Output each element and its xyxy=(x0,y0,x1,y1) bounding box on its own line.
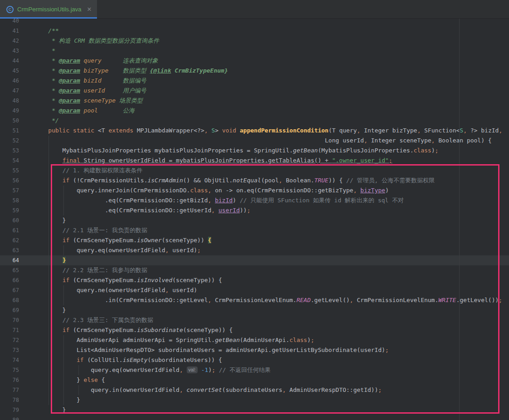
token: isOwner xyxy=(137,237,162,244)
java-class-icon: C xyxy=(6,6,14,13)
code-line[interactable]: 66 if (CrmSceneTypeEnum.isInvolved(scene… xyxy=(0,275,509,285)
token: .eq(CrmPermissionDO::getBizId xyxy=(34,197,208,204)
code-line[interactable]: 40 xyxy=(0,19,509,26)
token: ; xyxy=(197,247,201,254)
code-line[interactable]: 58 .eq(CrmPermissionDO::getBizId, bizId)… xyxy=(0,195,509,205)
token: @param xyxy=(59,107,80,114)
token: , xyxy=(204,127,208,134)
code-line[interactable]: 48 * @param sceneType 场景类型 xyxy=(0,96,509,106)
token xyxy=(34,357,77,363)
token: ".owner_user_id" xyxy=(332,157,388,164)
code-line[interactable]: 55 // 1. 构建数据权限连表条件 xyxy=(0,166,509,176)
editor-tab-bar: C CrmPermissionUtils.java ✕ xyxy=(0,0,509,19)
token: S xyxy=(208,127,215,134)
code-line[interactable]: 78 } xyxy=(0,395,509,405)
code-line[interactable]: 74 if (CollUtil.isEmpty(subordinateUsers… xyxy=(0,355,509,365)
line-number: 65 xyxy=(0,265,19,275)
token: CrmPermissionLevelEnum. xyxy=(353,297,438,303)
code-text xyxy=(19,19,34,26)
line-number: 67 xyxy=(0,285,19,295)
line-number: 52 xyxy=(0,136,19,146)
code-line[interactable]: 75 query.eq(ownerUserIdField, val: -1); … xyxy=(0,365,509,375)
code-line[interactable]: 77 query.in(ownerUserIdField, convertSet… xyxy=(0,385,509,395)
code-line[interactable]: 57 query.innerJoin(CrmPermissionDO.class… xyxy=(0,186,509,195)
line-number: 75 xyxy=(0,365,19,375)
code-line[interactable]: 50 */ xyxy=(0,116,509,126)
code-line[interactable]: 68 .in(CrmPermissionDO::getLevel, CrmPer… xyxy=(0,295,509,305)
token: (CollUtil. xyxy=(84,357,123,363)
code-text: * @param pool 公海 xyxy=(19,106,135,116)
code-line[interactable]: 65 // 2.2 场景二: 我参与的数据 xyxy=(0,265,509,275)
token: bizId xyxy=(80,77,102,84)
token xyxy=(215,366,219,373)
code-text: } else { xyxy=(19,375,105,385)
code-line[interactable]: 56 if (!CrmPermissionUtils.isCrmAdmin() … xyxy=(0,176,509,186)
token: , xyxy=(282,386,286,393)
indent-guide-line xyxy=(63,186,64,215)
code-line[interactable]: 60 } xyxy=(0,215,509,225)
code-line[interactable]: 49 * @param pool 公海 xyxy=(0,106,509,116)
code-line[interactable]: 70 // 2.3 场景三: 下属负责的数据 xyxy=(0,315,509,325)
token: // 1. 构建数据权限连表条件 xyxy=(63,167,143,174)
token: Integer sceneType xyxy=(368,137,431,144)
indent-guide-line xyxy=(63,285,64,305)
code-line[interactable]: 47 * @param userId 用户编号 xyxy=(0,86,509,96)
token: () && ObjUtil. xyxy=(183,177,233,184)
close-icon[interactable]: ✕ xyxy=(87,6,92,13)
code-line[interactable]: 41 /** xyxy=(0,26,509,36)
code-line[interactable]: 71 if (CrmSceneTypeEnum.isSubordinate(sc… xyxy=(0,325,509,335)
code-line[interactable]: 64 } xyxy=(0,255,509,265)
token: (T query xyxy=(329,127,357,134)
code-text: } xyxy=(19,305,66,315)
code-line[interactable]: 42 * 构造 CRM 数据类型数据分页查询条件 xyxy=(0,36,509,46)
line-number: 60 xyxy=(0,215,19,225)
code-line[interactable]: 72 AdminUserApi adminUserApi = SpringUti… xyxy=(0,335,509,345)
line-number: 55 xyxy=(0,166,19,176)
token: TRUE xyxy=(314,177,328,184)
token: , xyxy=(499,127,502,134)
code-text: // 2.1 场景一: 我负责的数据 xyxy=(19,225,147,235)
code-editor[interactable]: 4041 /**42 * 构造 CRM 数据类型数据分页查询条件43 *44 *… xyxy=(0,19,509,420)
line-number: 49 xyxy=(0,106,19,116)
token: (sceneType)) xyxy=(162,237,208,244)
token: @param xyxy=(59,57,80,64)
code-line[interactable]: 44 * @param query 连表查询对象 xyxy=(0,56,509,66)
token: query xyxy=(80,57,102,64)
code-line[interactable]: 73 List<AdminUserRespDTO> subordinateUse… xyxy=(0,345,509,355)
code-text: if (CrmSceneTypeEnum.isOwner(sceneType))… xyxy=(19,235,211,245)
token: @param xyxy=(59,67,80,74)
code-line[interactable]: 69 } xyxy=(0,305,509,315)
token: // 2.2 场景二: 我参与的数据 xyxy=(63,267,147,273)
code-line[interactable]: 59 .eq(CrmPermissionDO::getUserId, userI… xyxy=(0,205,509,215)
token: > xyxy=(215,127,222,134)
token xyxy=(198,366,201,373)
code-line[interactable]: 53 MybatisPlusJoinProperties mybatisPlus… xyxy=(0,146,509,156)
code-line[interactable]: 46 * @param bizId 数据编号 xyxy=(0,76,509,86)
tab-crmpermissionutils-java[interactable]: C CrmPermissionUtils.java ✕ xyxy=(0,0,97,19)
code-text: query.in(ownerUserIdField, convertSet(su… xyxy=(19,385,382,395)
line-number: 63 xyxy=(0,245,19,255)
code-line[interactable]: 67 query.ne(ownerUserIdField, userId) xyxy=(0,285,509,295)
token: * xyxy=(34,77,59,84)
code-line[interactable]: 52 Long userId, Integer sceneType, Boole… xyxy=(0,136,509,146)
code-line[interactable]: 54 final String ownerUserIdField = mybat… xyxy=(0,156,509,166)
token: .getLevel()) xyxy=(456,297,499,303)
code-line[interactable]: 79 } xyxy=(0,405,509,415)
code-line[interactable]: 43 * xyxy=(0,46,509,56)
token: pool xyxy=(80,107,98,114)
code-line[interactable]: 80 xyxy=(0,415,509,420)
code-text: } xyxy=(19,405,66,415)
code-line[interactable]: 62 if (CrmSceneTypeEnum.isOwner(sceneTyp… xyxy=(0,235,509,245)
code-line[interactable]: 63 query.eq(ownerUserIdField, userId); xyxy=(0,245,509,255)
code-text xyxy=(19,415,34,420)
code-text: if (CollUtil.isEmpty(subordinateUsers)) … xyxy=(19,355,222,365)
token: ; xyxy=(389,157,393,164)
code-line[interactable]: 61 // 2.1 场景一: 我负责的数据 xyxy=(0,225,509,235)
token: , xyxy=(357,127,360,134)
token: * xyxy=(34,57,59,64)
ide-window: C CrmPermissionUtils.java ✕ 4041 /**42 *… xyxy=(0,0,509,420)
code-line[interactable]: 45 * @param bizType 数据类型 {@link CrmBizTy… xyxy=(0,66,509,76)
code-line[interactable]: 51 public static <T extends MPJLambdaWra… xyxy=(0,126,509,136)
code-line[interactable]: 76 } else { xyxy=(0,375,509,385)
indent-guide-line xyxy=(63,245,64,255)
